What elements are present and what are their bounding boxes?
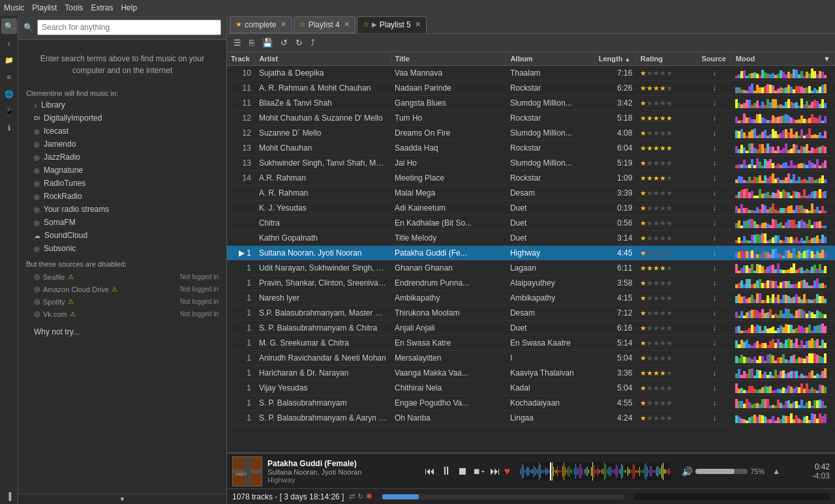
table-row[interactable]: 1 Vijay Yesudas Chithirai Nela Kadal 5:0…: [227, 381, 835, 396]
prev-button[interactable]: ⏮: [423, 464, 436, 479]
source-icecast[interactable]: ◎Icecast: [18, 125, 226, 138]
table-row[interactable]: 14 A.R. Rahman Meeting Place Rockstar 1:…: [227, 171, 835, 186]
toolbar-btn-redo[interactable]: ↻: [293, 37, 305, 49]
cell-rating[interactable]: ★★★★★: [636, 411, 697, 426]
col-track[interactable]: Track: [227, 52, 255, 66]
cell-rating[interactable]: ★★★★★: [636, 186, 697, 201]
cell-rating[interactable]: ★★★★★: [636, 96, 697, 111]
col-source[interactable]: Source: [697, 52, 731, 66]
cell-rating[interactable]: ★★★★★: [636, 396, 697, 411]
source-digitallyimported[interactable]: DIDigitallyImported: [18, 111, 226, 125]
col-mood[interactable]: Mood ▼: [731, 52, 834, 66]
tab-complete[interactable]: ★ complete ✕: [230, 16, 292, 33]
table-row[interactable]: 1 Haricharan & Dr. Narayan Vaanga Makka …: [227, 366, 835, 381]
cell-rating[interactable]: ★★★★★: [636, 366, 697, 381]
source-subsonic[interactable]: ◎Subsonic: [18, 242, 226, 255]
cell-rating[interactable]: ★★★★★: [636, 321, 697, 336]
col-rating[interactable]: Rating: [636, 52, 697, 66]
col-artist[interactable]: Artist: [255, 52, 391, 66]
source-soundcloud[interactable]: ☁SoundCloud: [18, 229, 226, 242]
sidebar-icon-search[interactable]: 🔍: [1, 18, 17, 34]
table-row[interactable]: 1 S. P. Balasubrahmanyam Engae Pogudho V…: [227, 396, 835, 411]
tab-playlist5-close[interactable]: ✕: [415, 20, 421, 29]
source-spotify[interactable]: ◎Spotify ⚠Not logged in: [18, 295, 226, 308]
col-album[interactable]: Album: [506, 52, 594, 66]
cell-rating[interactable]: ★★★★★: [636, 291, 697, 306]
source-jazzradio[interactable]: ◎JazzRadio: [18, 151, 226, 164]
seek-bar[interactable]: [382, 494, 624, 499]
cell-rating[interactable]: ★★★★★: [636, 246, 697, 261]
love-button[interactable]: ♥: [504, 466, 511, 477]
source-rockradio[interactable]: ◎RockRadio: [18, 190, 226, 203]
sidebar-icon-files[interactable]: 📁: [1, 52, 17, 68]
cell-rating[interactable]: ★★★★★: [636, 201, 697, 216]
cell-rating[interactable]: ★★★★★: [636, 81, 697, 96]
source-seafile[interactable]: ◎Seafile ⚠Not logged in: [18, 271, 226, 283]
play-button[interactable]: ⏸: [439, 463, 453, 479]
toolbar-btn-save[interactable]: 💾: [260, 37, 275, 49]
menu-playlist[interactable]: Playlist: [32, 3, 57, 12]
sidebar-icon-song-info[interactable]: ℹ: [1, 120, 17, 136]
table-row[interactable]: 1 S. P. Balasubrahmanyam & Aaryn D... Oh…: [227, 411, 835, 426]
stop-button[interactable]: ⏹: [456, 464, 469, 479]
cell-rating[interactable]: ★★★★★: [636, 381, 697, 396]
toolbar-btn-export[interactable]: ⤴: [308, 37, 318, 49]
cell-rating[interactable]: ★★★★★: [636, 306, 697, 321]
next-button[interactable]: ⏭: [489, 464, 502, 479]
table-row[interactable]: 12 Suzanne D´ Mello Dreams On Fire Slumd…: [227, 126, 835, 141]
repeat-icon[interactable]: ↻: [357, 492, 363, 501]
tab-playlist4[interactable]: ☆ Playlist 4 ✕: [294, 16, 356, 33]
waveform[interactable]: [521, 462, 671, 481]
stop-after-button[interactable]: ⏹▾: [472, 466, 486, 477]
volume-bar[interactable]: [695, 469, 748, 474]
table-row[interactable]: 1 Naresh Iyer Ambikapathy Ambikapathy 4:…: [227, 291, 835, 306]
table-row[interactable]: 1 Udit Narayan, Sukhwinder Singh, Al... …: [227, 261, 835, 276]
source-radiotunes[interactable]: ◎RadioTunes: [18, 177, 226, 190]
sidebar-icon-library[interactable]: ♪: [1, 35, 17, 51]
shuffle-icon[interactable]: ⇄: [349, 492, 355, 501]
scrobble-icon[interactable]: ❋: [366, 492, 372, 501]
table-row[interactable]: ▶ 1 Sultana Nooran, Jyoti Nooran Patakha…: [227, 246, 835, 261]
sidebar-icon-playlists[interactable]: ≡: [1, 69, 17, 85]
cell-rating[interactable]: ★★★★★: [636, 141, 697, 156]
cell-rating[interactable]: ★★★★★: [636, 336, 697, 351]
table-row[interactable]: A. R. Rahman Malai Mega Desam 3:39 ★★★★★…: [227, 186, 835, 201]
cell-rating[interactable]: ★★★★★: [636, 66, 697, 81]
toolbar-btn-copy[interactable]: ⎘: [247, 37, 257, 49]
table-row[interactable]: 1 S. P. Balasubrahmanyam & Chitra Anjali…: [227, 321, 835, 336]
why-not-try[interactable]: Why not try...: [18, 325, 226, 338]
table-row[interactable]: 1 S.P. Balasubrahmanyam, Master Vig... T…: [227, 306, 835, 321]
table-row[interactable]: 13 Mohit Chauhan Saadda Haq Rockstar 6:0…: [227, 141, 835, 156]
cell-rating[interactable]: ★★★★★: [636, 231, 697, 246]
table-row[interactable]: 13 Sukhwinder Singh, Tanvi Shah, Mah... …: [227, 156, 835, 171]
table-row[interactable]: 11 A. R. Rahman & Mohit Chauhan Nadaan P…: [227, 81, 835, 96]
table-row[interactable]: Chitra En Kadhalae (Bit So... Duet 0:56 …: [227, 216, 835, 231]
source-jamendo[interactable]: ◎Jamendo: [18, 138, 226, 151]
tab-complete-close[interactable]: ✕: [281, 20, 286, 29]
sidebar-icon-devices[interactable]: 📱: [1, 103, 17, 119]
menu-extras[interactable]: Extras: [91, 3, 113, 12]
source-somafm[interactable]: ◎SomaFM: [18, 216, 226, 229]
cell-rating[interactable]: ★★★★★: [636, 156, 697, 171]
menu-music[interactable]: Music: [4, 3, 24, 12]
col-title[interactable]: Title: [391, 52, 506, 66]
source-library[interactable]: ♪Library: [18, 98, 226, 111]
cell-rating[interactable]: ★★★★★: [636, 351, 697, 366]
cell-rating[interactable]: ★★★★★: [636, 216, 697, 231]
source-magnatune[interactable]: ◎Magnatune: [18, 164, 226, 177]
table-row[interactable]: 12 Mohit Chauhan & Suzanne D' Mello Tum …: [227, 111, 835, 126]
source-amazon[interactable]: ◎Amazon Cloud Drive ⚠Not logged in: [18, 283, 226, 295]
table-row[interactable]: 10 Sujatha & Deepika Vaa Mannava Thaalam…: [227, 66, 835, 81]
menu-tools[interactable]: Tools: [65, 3, 83, 12]
toolbar-btn-list[interactable]: ☰: [231, 37, 244, 49]
table-row[interactable]: 1 Anirudh Ravichandar & Neeti Mohan Mers…: [227, 351, 835, 366]
scroll-down-arrow[interactable]: ▼: [119, 496, 126, 503]
cell-rating[interactable]: ★★★★★: [636, 276, 697, 291]
cell-rating[interactable]: ★★★★★: [636, 261, 697, 276]
table-row[interactable]: 1 Pravin, Shankar, Clinton, Sreenivas ..…: [227, 276, 835, 291]
table-row[interactable]: 1 M. G. Sreekumar & Chitra En Swasa Katr…: [227, 336, 835, 351]
sidebar-icon-equalizer[interactable]: ▐: [1, 488, 17, 504]
cell-rating[interactable]: ★★★★★: [636, 126, 697, 141]
source-vkcom[interactable]: ◎Vk.com ⚠Not logged in: [18, 308, 226, 320]
tab-playlist4-close[interactable]: ✕: [344, 20, 350, 29]
